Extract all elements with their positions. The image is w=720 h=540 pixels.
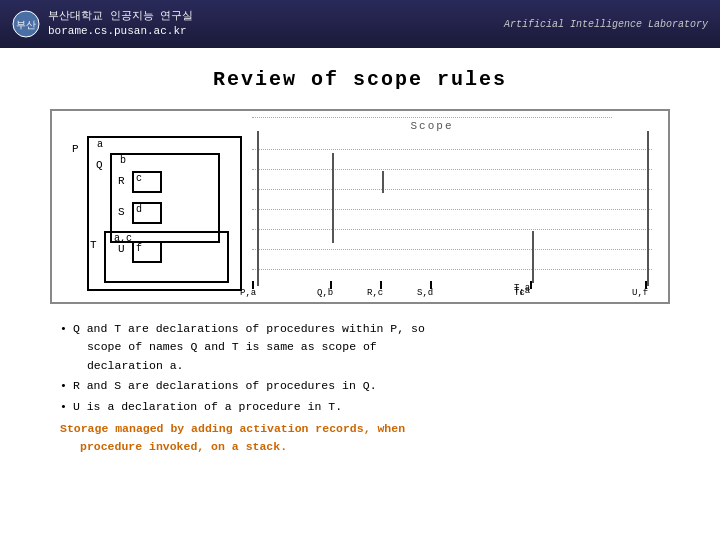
scope-diagram: Scope P a Q b R c S d T a,c U f [50,109,670,304]
axis-pa: P,a [240,288,256,298]
university-logo-icon: 부산 [12,10,40,38]
scope-line-p [257,131,259,286]
label-p: P [72,143,79,155]
scope-line-right [647,131,649,286]
logo-area: 부산 부산대학교 인공지능 연구실 borame.cs.pusan.ac.kr [12,9,193,40]
svg-text:부산: 부산 [16,19,36,30]
label-r: R [118,175,125,187]
var-f: f [136,243,142,254]
tick-tc [530,281,532,289]
dotted-row-4 [252,209,652,210]
bullet-list: • Q and T are declarations of procedures… [40,320,680,457]
dotted-row-1 [252,149,652,150]
bullet-dot-2: • [60,377,67,395]
var-b: b [120,155,126,166]
dotted-row-5 [252,229,652,230]
var-a: a [97,139,103,150]
axis-rc: R,c [367,288,383,298]
bullet-1-text: Q and T are declarations of procedures w… [73,320,425,375]
box-q [110,153,220,243]
logo-text: 부산대학교 인공지능 연구실 borame.cs.pusan.ac.kr [48,9,193,40]
scope-line-r [382,171,384,193]
scope-line-q [332,153,334,243]
var-c: c [136,173,142,184]
dotted-row-7 [252,269,652,270]
bullet-1: • Q and T are declarations of procedures… [60,320,660,375]
bullet-dot-1: • [60,320,67,375]
bullet-2: • R and S are declarations of procedures… [60,377,660,395]
axis-uf: U,f [632,288,648,298]
label-t: T [90,239,97,251]
page-title: Review of scope rules [40,68,680,91]
label-u: U [118,243,125,255]
dotted-row-3 [252,189,652,190]
header-bar: 부산 부산대학교 인공지능 연구실 borame.cs.pusan.ac.kr … [0,0,720,48]
label-s: S [118,206,125,218]
bullet-3: • U is a declaration of a procedure in T… [60,398,660,416]
label-q: Q [96,159,103,171]
dotted-row-6 [252,249,652,250]
storage-line-1: Storage managed by adding activation rec… [60,420,660,438]
bullet-2-text: R and S are declarations of procedures i… [73,377,377,395]
axis-qb: Q,b [317,288,333,298]
axis-sd: S,d [417,288,433,298]
bullet-3-text: U is a declaration of a procedure in T. [73,398,342,416]
scope-line-t [532,231,534,283]
bullet-dot-3: • [60,398,67,416]
storage-line-2: procedure invoked, on a stack. [60,438,660,456]
axis-ta2: T,a [514,286,530,296]
var-d: d [136,204,142,215]
main-content: Review of scope rules Scope P a Q b R c … [0,48,720,472]
dotted-row-2 [252,169,652,170]
scope-label: Scope [252,117,612,132]
lab-name: Artificial Intelligence Laboratory [504,19,708,30]
